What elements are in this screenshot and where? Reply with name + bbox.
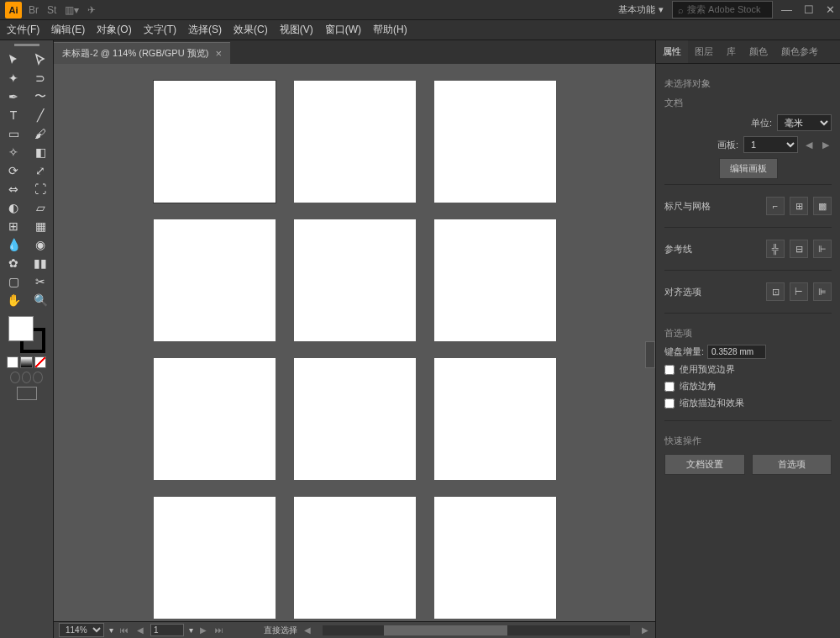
tab-properties[interactable]: 属性 bbox=[656, 40, 688, 63]
symbol-sprayer-tool[interactable]: ✿ bbox=[0, 254, 27, 272]
snap-grid-icon[interactable]: ⊫ bbox=[813, 282, 832, 301]
slice-tool[interactable]: ✂ bbox=[27, 272, 54, 291]
mesh-tool[interactable]: ⊞ bbox=[0, 217, 27, 235]
preferences-button[interactable]: 首选项 bbox=[752, 454, 832, 475]
close-tab-icon[interactable]: × bbox=[215, 47, 222, 60]
artboard-8[interactable] bbox=[294, 358, 416, 480]
guides-visibility-icon[interactable]: ╬ bbox=[766, 240, 785, 258]
artboard-select[interactable]: 1 bbox=[743, 136, 798, 153]
menu-file[interactable]: 文件(F) bbox=[7, 23, 39, 37]
tab-color-guide[interactable]: 颜色参考 bbox=[774, 40, 825, 63]
artboard-4[interactable] bbox=[154, 219, 276, 341]
menu-object[interactable]: 对象(O) bbox=[97, 23, 131, 37]
hand-tool[interactable]: ✋ bbox=[0, 291, 27, 309]
last-artboard-btn[interactable]: ⏭ bbox=[213, 625, 225, 635]
ruler-icon[interactable]: ⌐ bbox=[766, 197, 785, 215]
type-tool[interactable]: T bbox=[0, 106, 27, 124]
none-mode[interactable] bbox=[34, 356, 46, 368]
eraser-tool[interactable]: ◧ bbox=[27, 143, 54, 161]
scale-corners-checkbox[interactable] bbox=[664, 382, 675, 392]
minimize-button[interactable]: — bbox=[781, 3, 792, 16]
canvas[interactable] bbox=[54, 64, 655, 621]
menu-select[interactable]: 选择(S) bbox=[188, 23, 222, 37]
document-tab[interactable]: 未标题-2 @ 114% (RGB/GPU 预览) × bbox=[54, 42, 230, 64]
graph-tool[interactable]: ▮▮ bbox=[27, 254, 54, 272]
tab-layers[interactable]: 图层 bbox=[688, 40, 720, 63]
close-button[interactable]: ✕ bbox=[826, 3, 835, 16]
unit-select[interactable]: 毫米 bbox=[777, 114, 832, 131]
draw-inside[interactable] bbox=[33, 372, 43, 383]
bridge-icon[interactable]: Br bbox=[29, 4, 39, 16]
guides-lock-icon[interactable]: ⊟ bbox=[790, 240, 808, 258]
stock-icon[interactable]: St bbox=[47, 4, 56, 16]
shaper-tool[interactable]: ✧ bbox=[0, 143, 27, 161]
key-increment-input[interactable] bbox=[707, 345, 766, 359]
paintbrush-tool[interactable]: 🖌 bbox=[27, 124, 54, 143]
magic-wand-tool[interactable]: ✦ bbox=[0, 69, 27, 87]
rotate-tool[interactable]: ⟳ bbox=[0, 161, 27, 180]
menu-window[interactable]: 窗口(W) bbox=[325, 23, 361, 37]
next-artboard-btn[interactable]: ▶ bbox=[198, 625, 208, 635]
arrange-icon[interactable]: ▥▾ bbox=[65, 4, 79, 16]
color-mode[interactable] bbox=[7, 356, 18, 368]
pen-tool[interactable]: ✒ bbox=[0, 87, 27, 106]
line-tool[interactable]: ╱ bbox=[27, 106, 54, 124]
menu-effect[interactable]: 效果(C) bbox=[234, 23, 268, 37]
draw-behind[interactable] bbox=[22, 372, 32, 383]
artboard-10[interactable] bbox=[154, 497, 276, 619]
perspective-tool[interactable]: ▱ bbox=[27, 198, 54, 217]
scroll-left[interactable]: ◀ bbox=[302, 625, 312, 635]
grid-icon[interactable]: ⊞ bbox=[790, 197, 808, 215]
transparency-grid-icon[interactable]: ▩ bbox=[813, 197, 832, 215]
smart-guides-icon[interactable]: ⊩ bbox=[813, 240, 832, 258]
shape-builder-tool[interactable]: ◐ bbox=[0, 198, 27, 217]
maximize-button[interactable]: ☐ bbox=[804, 3, 814, 16]
artboard-9[interactable] bbox=[434, 358, 556, 480]
first-artboard-btn[interactable]: ⏮ bbox=[118, 625, 130, 635]
search-input[interactable]: ⌕ 搜索 Adobe Stock bbox=[672, 1, 773, 18]
selection-tool[interactable] bbox=[0, 50, 27, 69]
artboard-1[interactable] bbox=[154, 81, 276, 203]
prev-artboard-icon[interactable]: ◀ bbox=[803, 140, 815, 150]
rectangle-tool[interactable]: ▭ bbox=[0, 124, 27, 143]
eyedropper-tool[interactable]: 💧 bbox=[0, 235, 27, 254]
tab-libraries[interactable]: 库 bbox=[720, 40, 743, 63]
artboard-11[interactable] bbox=[294, 497, 416, 619]
scale-tool[interactable]: ⤢ bbox=[27, 161, 54, 180]
workspace-switcher[interactable]: 基本功能 ▾ bbox=[618, 3, 664, 16]
fill-stroke-swatch[interactable] bbox=[8, 316, 45, 353]
artboard-3[interactable] bbox=[434, 81, 556, 203]
horizontal-scrollbar[interactable] bbox=[323, 625, 630, 635]
fill-swatch[interactable] bbox=[8, 316, 34, 341]
preview-bounds-checkbox[interactable] bbox=[664, 365, 675, 375]
artboard-5[interactable] bbox=[294, 219, 416, 341]
snap-pixel-icon[interactable]: ⊡ bbox=[766, 282, 785, 301]
blend-tool[interactable]: ◉ bbox=[27, 235, 54, 254]
curvature-tool[interactable]: 〜 bbox=[27, 87, 54, 106]
next-artboard-icon[interactable]: ▶ bbox=[820, 140, 832, 150]
lasso-tool[interactable]: ⊃ bbox=[27, 69, 54, 87]
gradient-tool[interactable]: ▦ bbox=[27, 217, 54, 235]
artboard-number-input[interactable] bbox=[150, 624, 184, 636]
snap-point-icon[interactable]: ⊢ bbox=[790, 282, 808, 301]
free-transform-tool[interactable]: ⛶ bbox=[27, 180, 54, 198]
artboard-12[interactable] bbox=[434, 497, 556, 619]
menu-edit[interactable]: 编辑(E) bbox=[51, 23, 85, 37]
edit-artboards-button[interactable]: 编辑画板 bbox=[719, 158, 778, 179]
width-tool[interactable]: ⇔ bbox=[0, 180, 27, 198]
zoom-tool[interactable]: 🔍 bbox=[27, 291, 54, 309]
zoom-select[interactable]: 114% bbox=[59, 623, 104, 637]
artboard-tool[interactable]: ▢ bbox=[0, 272, 27, 291]
artboard-6[interactable] bbox=[434, 219, 556, 341]
document-setup-button[interactable]: 文档设置 bbox=[664, 454, 745, 475]
tab-color[interactable]: 颜色 bbox=[743, 40, 774, 63]
collapsed-panel-dock[interactable] bbox=[645, 341, 655, 368]
scroll-right[interactable]: ▶ bbox=[640, 625, 650, 635]
artboard-2[interactable] bbox=[294, 81, 416, 203]
menu-type[interactable]: 文字(T) bbox=[144, 23, 176, 37]
publish-icon[interactable]: ✈ bbox=[87, 4, 96, 16]
screen-mode[interactable] bbox=[17, 387, 37, 400]
direct-selection-tool[interactable] bbox=[27, 50, 54, 69]
artboard-7[interactable] bbox=[154, 358, 276, 480]
prev-artboard-btn[interactable]: ◀ bbox=[135, 625, 145, 635]
